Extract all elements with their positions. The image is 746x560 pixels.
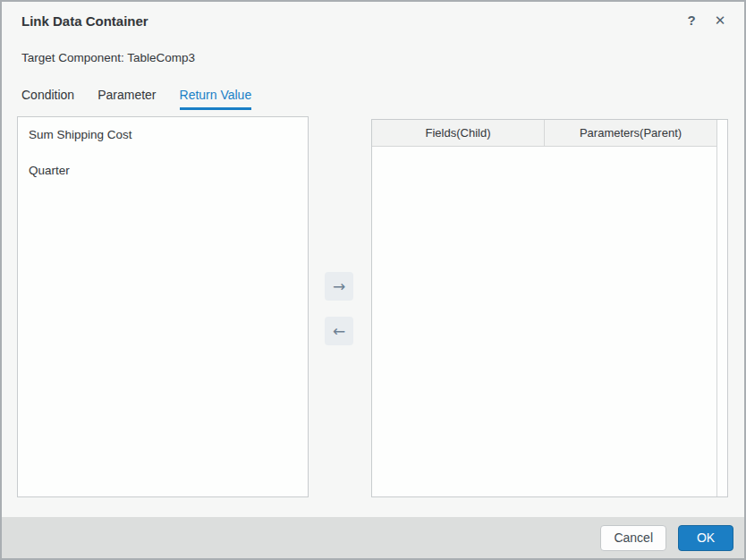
column-header-parameters-parent: Parameters(Parent) [544, 120, 716, 146]
arrow-left-icon: ← [333, 322, 345, 340]
tab-bar: Condition Parameter Return Value [21, 88, 251, 110]
arrow-right-icon: → [333, 277, 345, 295]
tab-parameter[interactable]: Parameter [97, 88, 156, 110]
mapping-table-body[interactable] [372, 147, 716, 496]
mapping-table-header: Fields(Child) Parameters(Parent) [372, 120, 716, 147]
list-item-quarter[interactable]: Quarter [18, 153, 308, 189]
mapping-table: Fields(Child) Parameters(Parent) [371, 119, 728, 497]
column-header-fields-child: Fields(Child) [372, 120, 544, 146]
source-fields-list: Sum Shipping Cost Quarter [17, 116, 309, 497]
tab-return-value[interactable]: Return Value [180, 88, 252, 110]
move-left-button[interactable]: ← [325, 317, 353, 345]
move-right-button[interactable]: → [325, 272, 353, 301]
tab-condition[interactable]: Condition [21, 88, 74, 110]
cancel-button[interactable]: Cancel [600, 525, 666, 551]
help-icon[interactable]: ? [683, 13, 699, 29]
list-item-sum-shipping-cost[interactable]: Sum Shipping Cost [18, 117, 308, 153]
target-component-label: Target Component: TableComp3 [21, 51, 195, 64]
ok-button[interactable]: OK [678, 525, 733, 551]
mapping-table-main: Fields(Child) Parameters(Parent) [372, 120, 716, 496]
link-data-container-dialog: Link Data Container ? ✕ Target Component… [0, 0, 746, 560]
dialog-footer: Cancel OK [2, 517, 744, 558]
close-icon[interactable]: ✕ [712, 13, 728, 29]
dialog-header-icons: ? ✕ [683, 13, 728, 29]
transfer-arrows: → ← [325, 272, 353, 345]
dialog-title: Link Data Container [21, 13, 148, 29]
table-scrollbar-track[interactable] [716, 120, 727, 496]
